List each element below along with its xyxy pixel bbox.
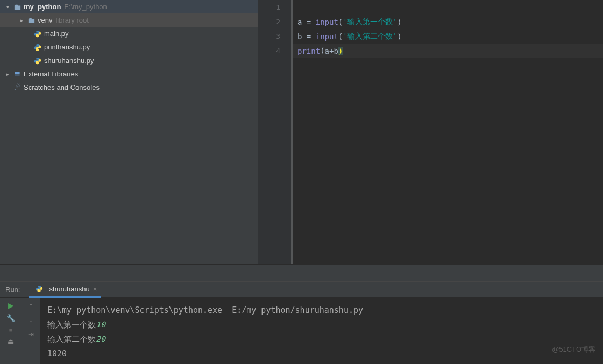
console-cmd: E:\my_python\venv\Scripts\python.exe E:/… — [47, 305, 363, 315]
chevron-down-icon[interactable] — [4, 4, 11, 10]
settings-icon[interactable]: 🔧 — [6, 314, 15, 322]
python-file-icon — [35, 284, 44, 293]
mid-divider — [0, 264, 603, 281]
line-number: 3 — [258, 29, 291, 44]
line-number: 1 — [258, 0, 291, 15]
project-tree[interactable]: my_python E:\my_python venv library root… — [0, 0, 258, 264]
file-label: main.py — [44, 30, 69, 38]
run-toolbar-left: ▶ 🔧 ■ ⏏ — [0, 298, 22, 364]
run-tab[interactable]: shuruhanshu × — [29, 282, 101, 298]
chevron-right-icon[interactable] — [4, 72, 11, 77]
chevron-right-icon[interactable] — [18, 18, 25, 23]
code-line[interactable]: a = input('输入第一个数') — [293, 15, 603, 29]
stop-button[interactable]: ■ — [9, 326, 13, 333]
file-label: printhanshu.py — [44, 43, 90, 51]
folder-icon — [13, 3, 22, 11]
soft-wrap-icon[interactable]: ⇥ — [28, 330, 34, 338]
tree-file-main[interactable]: main.py — [0, 27, 258, 40]
folder-icon — [27, 16, 36, 25]
tree-scratches[interactable]: Scratches and Consoles — [0, 81, 258, 94]
scratches-label: Scratches and Consoles — [24, 83, 100, 91]
console-prompt: 输入第二个数 — [47, 334, 96, 344]
run-panel: Run: shuruhanshu × ▶ 🔧 ■ ⏏ ↑ ↓ ⇥ E:\my_p… — [0, 281, 603, 364]
run-toolbar-secondary: ↑ ↓ ⇥ — [22, 298, 40, 364]
tree-external-libraries[interactable]: External Libraries — [0, 67, 258, 81]
console-input: 20 — [96, 334, 105, 344]
python-file-icon — [33, 56, 42, 65]
python-file-icon — [33, 30, 42, 38]
exit-button[interactable]: ⏏ — [8, 337, 14, 345]
folder-hint: library root — [55, 16, 88, 24]
rerun-button[interactable]: ▶ — [8, 301, 14, 310]
external-libraries-label: External Libraries — [24, 70, 78, 78]
run-tab-label: shuruhanshu — [49, 285, 89, 293]
project-name: my_python — [24, 3, 61, 11]
line-gutter: 1 2 3 4 — [258, 0, 293, 264]
close-icon[interactable]: × — [93, 285, 97, 293]
down-arrow-icon[interactable]: ↓ — [29, 316, 33, 324]
line-number: 4 — [258, 44, 291, 58]
run-label: Run: — [5, 286, 20, 294]
scratches-icon — [13, 83, 22, 92]
run-console[interactable]: E:\my_python\venv\Scripts\python.exe E:/… — [40, 298, 603, 364]
up-arrow-icon[interactable]: ↑ — [29, 301, 33, 309]
code-line[interactable]: b = input('输入第二个数') — [293, 29, 603, 44]
line-number: 2 — [258, 15, 291, 29]
tree-row-root[interactable]: my_python E:\my_python — [0, 0, 258, 13]
python-file-icon — [33, 43, 42, 52]
watermark: @51CTO博客 — [552, 345, 595, 354]
code-editor[interactable]: 1 2 3 4 a = input('输入第一个数') b = input('输… — [258, 0, 603, 264]
run-tabs-bar: Run: shuruhanshu × — [0, 282, 603, 298]
console-input: 10 — [96, 320, 105, 330]
tree-file-printhanshu[interactable]: printhanshu.py — [0, 40, 258, 54]
folder-name: venv — [38, 16, 52, 24]
file-label: shuruhanshu.py — [44, 56, 94, 65]
code-line[interactable] — [293, 0, 603, 15]
code-area[interactable]: a = input('输入第一个数') b = input('输入第二个数') … — [293, 0, 603, 264]
console-output: 1020 — [47, 349, 67, 359]
library-icon — [13, 70, 22, 78]
console-prompt: 输入第一个数 — [47, 320, 96, 330]
tree-file-shuruhanshu[interactable]: shuruhanshu.py — [0, 54, 258, 67]
tree-row-venv[interactable]: venv library root — [0, 13, 258, 27]
project-path: E:\my_python — [64, 3, 107, 11]
code-line-current[interactable]: print(a+b) — [293, 44, 603, 58]
